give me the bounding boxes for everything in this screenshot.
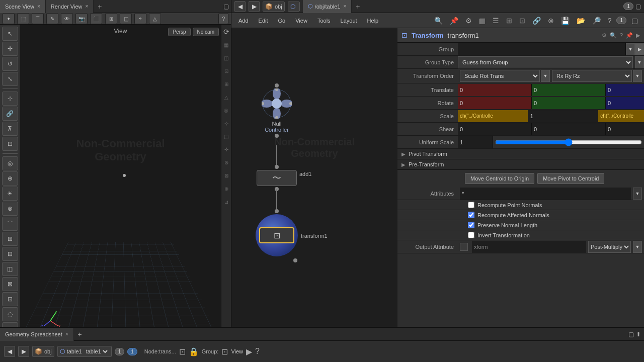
menu-go[interactable]: Go <box>275 18 289 24</box>
null-controller-node[interactable]: Null Controller <box>262 83 292 139</box>
tool-render[interactable]: ⬛ <box>90 13 102 24</box>
viewport-rs-12[interactable]: ⊠ <box>222 169 230 182</box>
viewport[interactable]: View Persp No cam Non-CommercialGeometry <box>20 25 221 327</box>
transform-order-arrow[interactable]: ▼ <box>541 70 550 82</box>
group-arrow2[interactable]: ▶ <box>635 43 644 55</box>
add-tab-right[interactable]: + <box>352 3 364 11</box>
bottom-table-select[interactable]: table1 <box>84 348 109 355</box>
shear-y[interactable] <box>532 123 606 135</box>
tool-select[interactable]: ✦ <box>3 13 15 24</box>
viewport-rs-4[interactable]: ⊡ <box>222 65 230 77</box>
render-view-tab[interactable]: Render View × <box>46 0 94 13</box>
scene-view-tab-close[interactable]: × <box>37 4 40 9</box>
output-attr-multiply-select[interactable]: Post-Multiply <box>588 241 631 253</box>
viewport-rs-1[interactable]: ⟳ <box>222 26 230 38</box>
viewport-rs-11[interactable]: ⊗ <box>222 156 230 168</box>
ne-help-icon[interactable]: ? <box>606 16 614 26</box>
recompute-affected-checkbox[interactable] <box>468 212 474 218</box>
translate-x[interactable] <box>458 84 532 96</box>
viewport-rs-10[interactable]: ✛ <box>222 143 230 155</box>
snap-toggle[interactable]: ⊞ <box>105 13 117 24</box>
translate-y[interactable] <box>532 84 606 96</box>
shear-z[interactable] <box>606 123 644 135</box>
display-toggle[interactable]: ◫ <box>120 13 132 24</box>
props-help-icon[interactable]: ? <box>620 32 623 39</box>
transform1-node[interactable]: ⊡ transform1 <box>256 209 298 262</box>
invert-transform-checkbox[interactable] <box>468 232 474 238</box>
group-dropdown[interactable]: ▼ <box>626 43 635 55</box>
translate-z[interactable] <box>606 84 644 96</box>
sidebar-translate[interactable]: ✛ <box>2 42 18 56</box>
sidebar-path[interactable]: ⌒ <box>2 217 18 231</box>
render-view-tab-close[interactable]: × <box>86 4 89 9</box>
viewport-rs-3[interactable]: ◫ <box>222 52 230 64</box>
ne-list-icon[interactable]: ☰ <box>491 16 501 26</box>
ne-search2-icon[interactable]: 🔎 <box>590 16 603 26</box>
sidebar-misc5[interactable]: ⊿ <box>2 322 18 327</box>
group-input[interactable] <box>458 43 626 55</box>
ne-layout-icon[interactable]: ▢ <box>629 16 640 26</box>
preserve-normal-checkbox[interactable] <box>468 222 474 228</box>
persp-btn[interactable]: Persp <box>168 28 190 36</box>
ne-table-icon[interactable]: ▦ <box>477 16 488 26</box>
props-next-icon[interactable]: ▶ <box>636 32 640 39</box>
sidebar-joint[interactable]: ⊡ <box>2 137 18 151</box>
output-attr-input[interactable] <box>472 241 586 253</box>
sidebar-light[interactable]: ☀ <box>2 187 18 201</box>
menu-layout[interactable]: Layout <box>338 18 360 24</box>
move-centroid-btn[interactable]: Move Centroid to Origin <box>465 173 534 184</box>
scale-y[interactable] <box>528 110 599 122</box>
right-nav-forward[interactable]: ▶ <box>249 1 260 12</box>
menu-help[interactable]: Help <box>364 18 382 24</box>
left-panel-minimize[interactable]: ▢ <box>223 3 229 10</box>
tool-camera[interactable]: 📷 <box>75 13 88 24</box>
pivot-transform-section[interactable]: ▶ Pivot Transform <box>397 149 644 159</box>
viewport-rs-14[interactable]: ⊿ <box>222 196 230 208</box>
sidebar-pose[interactable]: ⊹ <box>2 92 18 106</box>
rotate-x[interactable] <box>458 97 532 109</box>
props-pin-icon[interactable]: 📌 <box>626 32 633 39</box>
sidebar-misc4[interactable]: ◌ <box>2 307 18 321</box>
rotate-z[interactable] <box>606 97 644 109</box>
props-gear-icon[interactable]: ⚙ <box>602 32 607 39</box>
ne-pin-icon[interactable]: 📌 <box>448 16 460 26</box>
transform-order-select[interactable]: Scale Rot Trans <box>460 70 540 82</box>
play-icon[interactable]: ▶ <box>246 347 252 356</box>
ne-save-icon[interactable]: 💾 <box>559 16 572 26</box>
tool-lasso[interactable]: ⌒ <box>32 13 44 24</box>
scale-x[interactable] <box>458 110 528 122</box>
node-icon[interactable]: ⊡ <box>179 347 186 356</box>
sidebar-constraint[interactable]: ⊟ <box>2 247 18 261</box>
node-lock-icon[interactable]: 🔒 <box>189 347 199 356</box>
bottom-help-icon[interactable]: ? <box>255 347 260 356</box>
menu-add[interactable]: Add <box>235 18 252 24</box>
ne-filter-icon[interactable]: ⊗ <box>546 16 556 26</box>
help-btn[interactable]: ? <box>218 13 228 24</box>
geo-spreadsheet-tab[interactable]: Geometry Spreadsheet × <box>0 328 74 341</box>
sidebar-misc2[interactable]: ⊠ <box>2 277 18 291</box>
panel-maximize[interactable]: ▢ <box>635 3 641 10</box>
group-type-select[interactable]: Guess from Group <box>458 56 633 68</box>
viewport-rs-2[interactable]: ▦ <box>222 39 230 51</box>
uniform-scale-slider[interactable] <box>495 138 642 146</box>
ne-search-icon[interactable]: 🔍 <box>432 16 445 26</box>
bottom-nav-forward[interactable]: ▶ <box>18 346 29 357</box>
network-tab[interactable]: ⬡ /obj/table1 × <box>303 0 352 13</box>
sidebar-select[interactable]: ↖ <box>2 27 18 41</box>
viewport-rs-7[interactable]: ◎ <box>222 104 230 116</box>
viewport-rs-6[interactable]: △ <box>222 91 230 103</box>
recompute-point-checkbox[interactable] <box>468 202 474 208</box>
attributes-dropdown[interactable]: ▼ <box>633 188 642 200</box>
viewport-rs-8[interactable]: ⊹ <box>222 117 230 129</box>
geo-toggle[interactable]: △ <box>149 13 161 24</box>
menu-tools[interactable]: Tools <box>314 18 334 24</box>
sidebar-scale[interactable]: ⤡ <box>2 72 18 86</box>
props-search-icon[interactable]: 🔍 <box>610 32 617 39</box>
handles-toggle[interactable]: ⌖ <box>134 13 146 24</box>
sidebar-misc1[interactable]: ◫ <box>2 262 18 276</box>
right-nav-back[interactable]: ◀ <box>234 1 246 12</box>
rotate-order-select[interactable]: Rx Ry Rz <box>552 70 632 82</box>
output-attr-dropdown[interactable]: ▼ <box>633 241 642 253</box>
viewport-rs-5[interactable]: ⊞ <box>222 78 230 90</box>
bottom-nav-back[interactable]: ◀ <box>4 346 15 357</box>
